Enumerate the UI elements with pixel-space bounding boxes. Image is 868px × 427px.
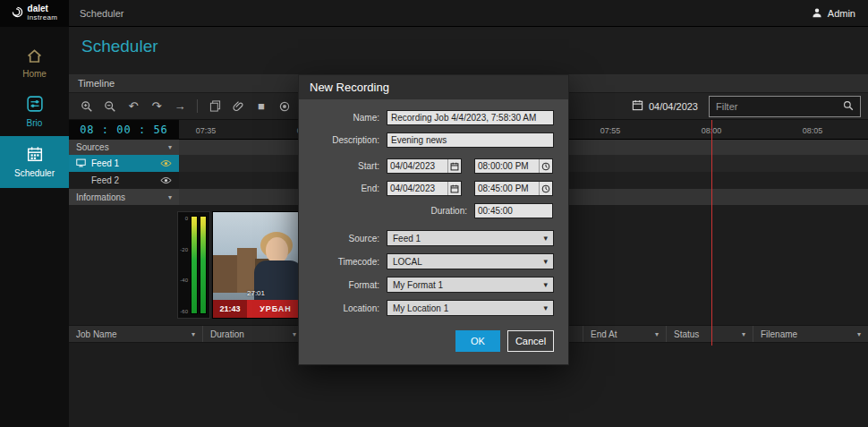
- chevron-down-icon: ▾: [168, 143, 172, 151]
- user-menu[interactable]: Admin: [812, 7, 855, 20]
- eye-icon[interactable]: [160, 176, 172, 184]
- chevron-down-icon: ▾: [543, 257, 548, 266]
- cancel-button[interactable]: Cancel: [507, 330, 554, 352]
- thumbnail-anchor-face: [266, 237, 288, 263]
- filter-box: [709, 96, 861, 117]
- filter-caret-icon[interactable]: ▾: [648, 330, 659, 338]
- calendar-icon[interactable]: [447, 182, 461, 195]
- description-input[interactable]: [387, 132, 554, 148]
- audio-meter-left: [191, 216, 198, 314]
- start-date-field: [387, 158, 462, 174]
- top-bar: dalet instream Scheduler Admin: [0, 0, 868, 27]
- zoom-out-button[interactable]: [99, 97, 121, 116]
- zoom-in-button[interactable]: [76, 97, 98, 116]
- filter-caret-icon[interactable]: ▾: [184, 330, 195, 338]
- column-header-filename[interactable]: Filename ▾: [753, 326, 868, 342]
- stop-button[interactable]: ■: [251, 97, 272, 116]
- end-label: End:: [313, 184, 387, 193]
- filter-caret-icon[interactable]: ▾: [285, 330, 296, 338]
- audio-meter-right: [200, 216, 207, 314]
- copy-button[interactable]: [204, 97, 226, 116]
- logo-text-primary: dalet: [28, 4, 58, 14]
- record-button[interactable]: [274, 97, 295, 116]
- sources-label: Sources: [76, 142, 109, 152]
- column-label: Filename: [761, 329, 797, 339]
- column-header-end-at[interactable]: End At ▾: [583, 326, 667, 342]
- column-label: Job Name: [76, 329, 117, 339]
- chevron-down-icon: ▾: [168, 193, 172, 201]
- ruler-tick: 07:35: [196, 126, 217, 135]
- sidebar-item-label: Brio: [27, 118, 43, 128]
- informations-label: Informations: [76, 192, 125, 202]
- date-picker-value: 04/04/2023: [649, 101, 698, 112]
- duration-field: [474, 203, 553, 218]
- ok-button[interactable]: OK: [455, 330, 500, 352]
- source-select[interactable]: Feed 1 ▾: [387, 230, 554, 246]
- column-header-duration[interactable]: Duration ▾: [203, 326, 304, 342]
- goto-time-button[interactable]: →: [169, 97, 191, 116]
- duration-label: Duration:: [313, 206, 474, 216]
- timecode-select-value: LOCAL: [393, 257, 422, 267]
- undo-button[interactable]: ↶: [123, 97, 144, 116]
- column-label: Duration: [210, 329, 244, 339]
- attach-button[interactable]: [227, 97, 249, 116]
- location-select[interactable]: My Location 1 ▾: [387, 300, 554, 316]
- timecode-clock: 08 : 00 : 56: [69, 120, 179, 140]
- description-label: Description:: [313, 135, 387, 145]
- informations-group-header[interactable]: Informations ▾: [69, 189, 179, 205]
- filter-input[interactable]: [716, 101, 843, 112]
- sidebar: Home Brio Scheduler: [0, 27, 69, 427]
- name-label: Name:: [313, 113, 387, 123]
- column-header-status[interactable]: Status ▾: [667, 326, 753, 342]
- sidebar-item-scheduler[interactable]: Scheduler: [0, 136, 69, 188]
- calendar-icon[interactable]: [447, 159, 461, 173]
- format-select[interactable]: My Format 1 ▾: [387, 277, 554, 293]
- format-select-value: My Format 1: [393, 280, 443, 290]
- sidebar-item-label: Home: [22, 69, 47, 79]
- chevron-down-icon: ▾: [543, 303, 548, 312]
- overlay-clock: 21:43: [213, 300, 247, 318]
- clock-icon[interactable]: [539, 182, 552, 195]
- track-header-feed2[interactable]: Feed 2: [69, 172, 179, 189]
- name-input[interactable]: [387, 110, 554, 125]
- search-icon[interactable]: [843, 98, 854, 115]
- source-label: Source:: [313, 234, 387, 243]
- page-title: Scheduler: [81, 37, 158, 56]
- track-header-feed1[interactable]: Feed 1: [69, 155, 179, 172]
- overlay-caption: УРБАН: [247, 300, 304, 318]
- playhead-line[interactable]: [711, 120, 712, 346]
- location-select-value: My Location 1: [393, 303, 448, 313]
- ruler-tick: 08:05: [803, 126, 823, 135]
- timecode-select[interactable]: LOCAL ▾: [387, 253, 554, 269]
- end-date-field: [387, 181, 462, 196]
- redo-button[interactable]: ↷: [146, 97, 167, 116]
- dialog-buttons: OK Cancel: [313, 330, 554, 352]
- meter-scale: 0 -20 -40 -60: [179, 214, 190, 316]
- end-date-input[interactable]: [387, 184, 447, 193]
- sources-group-header[interactable]: Sources ▾: [69, 140, 179, 155]
- overlay-countdown: 27:01: [247, 289, 265, 297]
- sidebar-item-brio[interactable]: Brio: [0, 88, 69, 136]
- new-recording-dialog: New Recording Name: Description: Start:: [298, 74, 569, 365]
- filter-caret-icon[interactable]: ▾: [735, 330, 745, 338]
- date-picker[interactable]: 04/04/2023: [632, 99, 698, 113]
- source-preview: 0 -20 -40 -60 27:01 21:43 УРБАН: [177, 211, 305, 319]
- calendar-icon: [632, 99, 643, 113]
- eye-icon[interactable]: [160, 159, 172, 167]
- column-header-job-name[interactable]: Job Name ▾: [69, 326, 203, 342]
- lower-third: 21:43 УРБАН: [213, 300, 304, 318]
- start-time-input[interactable]: [475, 161, 539, 171]
- dalet-swirl-icon: [12, 5, 23, 21]
- sidebar-item-home[interactable]: Home: [0, 39, 69, 88]
- clock-icon[interactable]: [539, 159, 552, 173]
- source-select-value: Feed 1: [393, 234, 421, 243]
- calendar-icon: [27, 146, 43, 164]
- duration-input[interactable]: [475, 206, 552, 216]
- start-date-input[interactable]: [387, 161, 447, 171]
- filter-caret-icon[interactable]: ▾: [850, 330, 861, 338]
- mixer-icon: [27, 96, 43, 114]
- user-name: Admin: [828, 8, 855, 19]
- end-time-input[interactable]: [475, 184, 539, 193]
- sidebar-item-label: Scheduler: [14, 168, 55, 178]
- track-label: Feed 1: [91, 158, 119, 168]
